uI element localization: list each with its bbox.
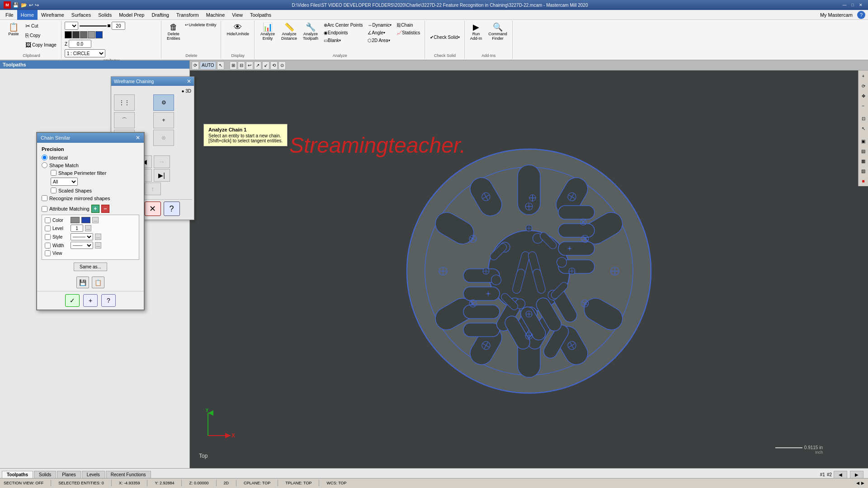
color-picker-button[interactable]: … [92, 217, 99, 223]
z-input[interactable] [69, 40, 91, 48]
paste-button[interactable]: 📋 Paste [5, 22, 23, 38]
rt-extra5[interactable]: ■ [859, 176, 868, 185]
rt-extra4[interactable]: ▧ [859, 166, 868, 175]
delete-entities-button[interactable]: 🗑 Delete Entities [165, 22, 183, 42]
rt-zoom-out[interactable]: − [859, 101, 868, 110]
cut-button[interactable]: ✂ Cut [24, 22, 58, 30]
endpoints-button[interactable]: ◉ Endpoints [322, 29, 364, 36]
statistics-button[interactable]: 📈 Statistics [395, 29, 422, 36]
menu-toolpaths[interactable]: Toolpaths [246, 10, 275, 20]
menu-home[interactable]: Home [17, 10, 38, 20]
close-button[interactable]: ✕ [857, 2, 864, 8]
attribute-delete-button[interactable]: − [101, 205, 109, 213]
width-dropdown[interactable]: ─── [71, 242, 93, 249]
rt-extra3[interactable]: ▦ [859, 156, 868, 165]
chain-ok-button[interactable]: ✓ [65, 294, 80, 307]
hide-unhide-button[interactable]: 👁 Hide/Unhide [224, 22, 251, 38]
menu-drafting[interactable]: Drafting [148, 10, 173, 20]
chain-select-btn-6[interactable]: ⊗ [153, 130, 174, 146]
nav-right-btn[interactable]: ▶ [850, 471, 863, 478]
nav-up-button[interactable]: ↑ [145, 183, 161, 195]
menu-model-prep[interactable]: Model Prep [115, 10, 148, 20]
vp-tool2-btn[interactable]: ⊟ [238, 61, 245, 70]
all-filter-dropdown[interactable]: All [51, 178, 78, 186]
level-value-input[interactable] [71, 225, 83, 232]
rt-select[interactable]: ↖ [859, 124, 868, 133]
level-checkbox[interactable] [45, 225, 51, 231]
rt-extra1[interactable]: ▣ [859, 136, 868, 145]
tab-recent-functions[interactable]: Recent Functions [106, 471, 151, 478]
nav-last-button[interactable]: ▶| [154, 169, 170, 182]
vp-rotate-btn[interactable]: ⟳ [192, 61, 199, 70]
rt-extra2[interactable]: ▤ [859, 146, 868, 155]
cancel-action-button[interactable]: ✕ [145, 202, 161, 216]
minimize-button[interactable]: — [841, 2, 848, 8]
chain-select-btn-4[interactable]: + [153, 112, 174, 128]
style-checkbox[interactable] [45, 234, 51, 240]
quick-access-undo[interactable]: ↩ [29, 2, 33, 8]
status-arrow-right[interactable]: ▶ [861, 481, 864, 485]
style-picker-button[interactable]: … [95, 234, 101, 240]
attribute-matching-checkbox[interactable] [42, 206, 47, 212]
chain-select-btn-1[interactable]: ⋮⋮ [114, 94, 135, 111]
menu-view[interactable]: View [228, 10, 246, 20]
style-dropdown[interactable]: ──── [71, 233, 93, 240]
vp-tool3-btn[interactable]: ↩ [246, 61, 253, 70]
undelete-button[interactable]: ↩ Undelete Entity [183, 22, 218, 28]
recognize-mirrored-checkbox[interactable] [42, 195, 47, 201]
tab-solids[interactable]: Solids [34, 471, 56, 478]
dynamic-button[interactable]: ↔ Dynamic ▾ [366, 22, 393, 28]
color-checkbox[interactable] [45, 217, 51, 223]
viewport[interactable]: ⟳ AUTO ↖ ⊞ ⊟ ↩ ↗ ↙ ⟲ ⊙ Analyze Chain 1 S… [190, 61, 868, 468]
level-picker-button[interactable]: … [85, 225, 91, 231]
scaled-shapes-checkbox[interactable] [51, 188, 57, 193]
shape-perimeter-checkbox[interactable] [51, 170, 57, 176]
blank-button[interactable]: ▭ Blank ▾ [322, 37, 364, 44]
menu-solids[interactable]: Solids [94, 10, 115, 20]
line-type-dropdown[interactable] [65, 22, 78, 30]
menu-surfaces[interactable]: Surfaces [68, 10, 94, 20]
check-solid-button[interactable]: ✔ Check Solid ▾ [428, 34, 461, 41]
rt-zoom-in[interactable]: + [859, 71, 868, 80]
angle-button[interactable]: ∠ Angle ▾ [366, 29, 393, 36]
rt-fit[interactable]: ⊡ [859, 114, 868, 123]
chain-select-btn-2[interactable]: ⚙ [153, 94, 174, 111]
shape-match-radio[interactable] [42, 162, 47, 168]
quick-access-redo[interactable]: ↪ [35, 2, 39, 8]
nav-right-button[interactable]: → [154, 155, 170, 168]
status-arrow-left[interactable]: ◀ [856, 481, 859, 485]
tab-planes[interactable]: Planes [57, 471, 81, 478]
copy-image-button[interactable]: 🖼 Copy Image [24, 41, 58, 49]
maximize-button[interactable]: □ [849, 2, 856, 8]
save-icon-btn[interactable]: 💾 [76, 277, 89, 288]
vp-tool6-btn[interactable]: ⟲ [270, 61, 278, 70]
view-checkbox[interactable] [45, 250, 51, 256]
quick-access-save[interactable]: 💾 [13, 2, 19, 8]
width-picker-button[interactable]: … [95, 242, 101, 249]
chain-add-button[interactable]: + [83, 294, 98, 307]
identical-radio[interactable] [42, 155, 47, 160]
area-2d-button[interactable]: ⬡ 2D Area ▾ [366, 37, 393, 44]
copy-count-input[interactable] [112, 22, 125, 30]
command-finder-button[interactable]: 🔍 Command Finder [486, 22, 509, 42]
arc-center-button[interactable]: ⊕ Arc Center Points [322, 22, 364, 28]
rt-pan[interactable]: ✥ [859, 91, 868, 100]
chain-help-button[interactable]: ? [101, 294, 116, 307]
chain-select-btn-3[interactable]: ⌒ [114, 112, 135, 128]
circle-dropdown[interactable]: 1 : CIRCLE [65, 49, 105, 57]
analyze-entity-button[interactable]: 📊 Analyze Entity [258, 22, 278, 42]
menu-file[interactable]: File [2, 10, 17, 20]
tab-toolpaths[interactable]: Toolpaths [2, 471, 33, 478]
rt-rotate[interactable]: ⟳ [859, 81, 868, 90]
analyze-toolpath-button[interactable]: 🔧 Analyze Toolpath [301, 22, 321, 42]
nav-left-btn[interactable]: ◀ [834, 471, 847, 478]
quick-access-open[interactable]: 📂 [21, 2, 27, 8]
copy-button[interactable]: ⎘ Copy [24, 31, 58, 40]
analyze-distance-button[interactable]: 📏 Analyze Distance [279, 22, 299, 42]
menu-transform[interactable]: Transform [173, 10, 203, 20]
vp-tool1-btn[interactable]: ⊞ [230, 61, 237, 70]
attribute-add-button[interactable]: + [91, 205, 99, 213]
help-action-button[interactable]: ? [164, 202, 180, 216]
same-as-button[interactable]: Same as... [74, 263, 107, 271]
vp-cursor-btn[interactable]: ↖ [217, 61, 224, 70]
